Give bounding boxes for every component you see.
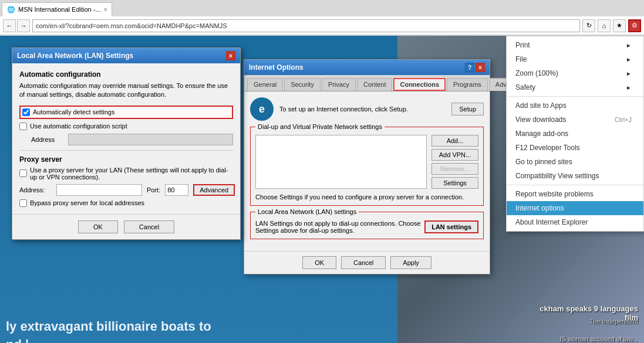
- menu-item-report[interactable]: Report website problems: [507, 187, 643, 201]
- auto-config-desc: Automatic configuration may override man…: [19, 81, 233, 100]
- menu-item-about-ie[interactable]: About Internet Explorer: [507, 215, 643, 229]
- lan-dialog-buttons: OK Cancel: [12, 214, 240, 239]
- address-input[interactable]: [32, 19, 580, 32]
- internet-options-tabs: General Security Privacy Content Connect…: [244, 75, 490, 91]
- home-button[interactable]: ⌂: [598, 19, 611, 32]
- active-tab[interactable]: 🌐 MSN International Edition -... ×: [2, 2, 112, 16]
- lan-dialog-close-button[interactable]: ×: [226, 51, 235, 60]
- tab-content[interactable]: Content: [357, 78, 393, 91]
- context-menu: Print ► File ► Zoom (100%) ► Safety ► Ad…: [506, 36, 644, 232]
- tab-bar: 🌐 MSN International Edition -... ×: [0, 0, 644, 16]
- proxy-checkbox-row: Use a proxy server for your LAN (These s…: [19, 167, 233, 181]
- tab-programs[interactable]: Programs: [447, 78, 488, 91]
- vpn-legend: Dial-up and Virtual Private Network sett…: [255, 123, 385, 130]
- lan-dialog-titlebar: Local Area Network (LAN) Settings ×: [12, 48, 240, 63]
- address-input[interactable]: [68, 134, 233, 145]
- menu-manage-addons-label: Manage add-ons: [515, 130, 568, 138]
- nav-buttons: ← →: [3, 19, 30, 32]
- setup-text: To set up an Internet connection, click …: [279, 106, 446, 113]
- tab-favicon: 🌐: [7, 6, 15, 13]
- add-button[interactable]: Add...: [431, 135, 478, 147]
- address-bar: ← → ↻ ⌂ ★ ⚙: [0, 16, 644, 35]
- lan-ok-button[interactable]: OK: [78, 220, 118, 233]
- headline1: ly extravagant billionaire boats to: [6, 318, 638, 336]
- menu-print-arrow: ►: [626, 42, 632, 49]
- internet-options-title: Internet Options: [249, 63, 304, 72]
- auto-script-label: Use automatic configuration script: [30, 123, 127, 130]
- vpn-settings-button[interactable]: Settings: [431, 177, 478, 189]
- lan-dialog-title: Local Area Network (LAN) Settings: [17, 52, 133, 60]
- ie-icon: e: [250, 97, 274, 121]
- menu-item-view-downloads[interactable]: View downloads Ctrl+J: [507, 113, 643, 127]
- lan-settings-dialog: Local Area Network (LAN) Settings × Auto…: [12, 47, 241, 240]
- dialog-content: e To set up an Internet connection, clic…: [244, 91, 490, 251]
- bypass-proxy-checkbox[interactable]: [19, 199, 27, 207]
- auto-script-checkbox[interactable]: [19, 123, 27, 130]
- menu-report-label: Report website problems: [515, 190, 594, 198]
- proxy-address-row: Address: Port: Advanced: [19, 184, 233, 196]
- tab-general[interactable]: General: [247, 78, 283, 91]
- tab-privacy[interactable]: Privacy: [322, 78, 356, 91]
- lan-settings-button[interactable]: LAN settings: [424, 220, 478, 233]
- address-label: Address: [31, 136, 63, 143]
- auto-detect-checkbox[interactable]: [22, 108, 30, 116]
- menu-item-safety[interactable]: Safety ►: [507, 80, 643, 94]
- refresh-button[interactable]: ↻: [582, 19, 595, 32]
- vpn-section: Dial-up and Virtual Private Network sett…: [250, 127, 484, 206]
- menu-internet-options-label: Internet options: [515, 204, 564, 212]
- menu-item-file[interactable]: File ►: [507, 52, 643, 66]
- tab-label: MSN International Edition -...: [18, 6, 101, 13]
- lan-dialog-content: Automatic configuration Automatic config…: [12, 63, 240, 214]
- port-input[interactable]: [165, 184, 188, 196]
- tab-close-button[interactable]: ×: [104, 6, 107, 13]
- lan-section: Local Area Network (LAN) settings LAN Se…: [250, 212, 484, 239]
- menu-item-f12[interactable]: F12 Developer Tools: [507, 141, 643, 155]
- lan-cancel-button[interactable]: Cancel: [124, 220, 174, 233]
- vpn-list[interactable]: [255, 135, 427, 189]
- port-label: Port:: [147, 186, 160, 193]
- menu-pinned-sites-label: Go to pinned sites: [515, 158, 572, 166]
- menu-separator-1: [507, 96, 643, 97]
- address-row: Address: [31, 134, 233, 145]
- menu-safety-arrow: ►: [626, 84, 632, 91]
- menu-item-pinned-sites[interactable]: Go to pinned sites: [507, 155, 643, 169]
- auto-detect-label: Automatically detect settings: [33, 108, 114, 116]
- menu-zoom-label: Zoom (100%): [515, 69, 558, 77]
- remove-button[interactable]: Remove...: [431, 163, 478, 175]
- apply-button[interactable]: Apply: [390, 256, 431, 269]
- proxy-server-checkbox[interactable]: [19, 169, 27, 177]
- proxy-address-label: Address:: [19, 186, 52, 193]
- menu-file-arrow: ►: [626, 56, 632, 63]
- ok-button[interactable]: OK: [302, 256, 336, 269]
- menu-print-label: Print: [515, 41, 530, 49]
- vpn-buttons: Add... Add VPN... Remove... Settings: [431, 135, 478, 189]
- menu-item-compat[interactable]: Compatibility View settings: [507, 169, 643, 183]
- menu-item-print[interactable]: Print ►: [507, 38, 643, 52]
- close-button[interactable]: ×: [476, 63, 485, 72]
- tab-security[interactable]: Security: [284, 78, 321, 91]
- bypass-row: Bypass proxy server for local addresses: [19, 199, 233, 207]
- vpn-desc: Choose Settings if you need to configure…: [255, 193, 478, 201]
- menu-zoom-arrow: ►: [626, 70, 632, 77]
- help-button[interactable]: ?: [465, 63, 474, 72]
- vpn-inner: Add... Add VPN... Remove... Settings: [255, 135, 478, 189]
- menu-about-ie-label: About Internet Explorer: [515, 218, 588, 226]
- back-button[interactable]: ←: [3, 19, 16, 32]
- tab-connections[interactable]: Connections: [393, 78, 446, 91]
- menu-item-add-site[interactable]: Add site to Apps: [507, 99, 643, 113]
- advanced-button[interactable]: Advanced: [193, 184, 235, 196]
- menu-item-zoom[interactable]: Zoom (100%) ►: [507, 66, 643, 80]
- menu-item-manage-addons[interactable]: Manage add-ons: [507, 127, 643, 141]
- add-vpn-button[interactable]: Add VPN...: [431, 149, 478, 161]
- favorites-button[interactable]: ★: [613, 19, 626, 32]
- lan-text: LAN Settings do not apply to dial-up con…: [255, 220, 424, 234]
- forward-button[interactable]: →: [17, 19, 30, 32]
- proxy-server-title: Proxy server: [19, 155, 233, 164]
- tools-button[interactable]: ⚙: [628, 19, 641, 32]
- proxy-address-input[interactable]: [56, 184, 142, 196]
- menu-item-internet-options[interactable]: Internet options: [507, 201, 643, 215]
- cancel-button[interactable]: Cancel: [341, 256, 386, 269]
- main-content: ckham speaks 9 languages film The Indepe…: [0, 36, 644, 343]
- setup-button[interactable]: Setup: [451, 103, 484, 116]
- menu-view-downloads-shortcut: Ctrl+J: [615, 116, 632, 123]
